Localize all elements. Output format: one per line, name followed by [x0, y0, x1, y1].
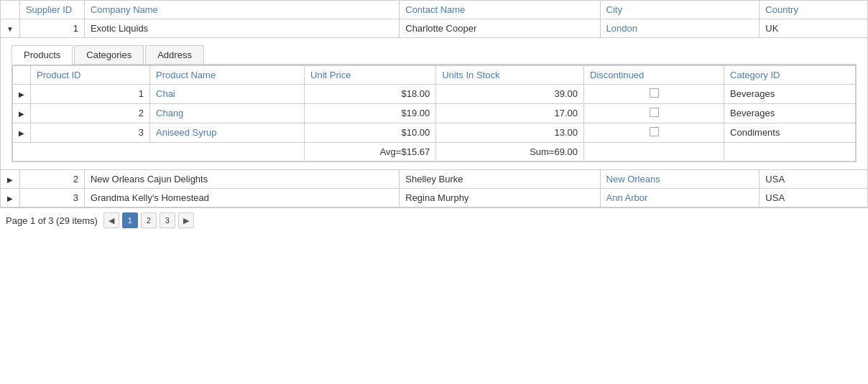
supplier-id-1: 1 [19, 19, 84, 38]
collapse-arrow-1[interactable]: ▼ [6, 25, 14, 33]
suppliers-table: Supplier ID Company Name Contact Name Ci… [0, 0, 868, 207]
category-id-header: Category ID [724, 66, 856, 85]
sum-cell: Sum=69.00 [436, 143, 584, 161]
discontinued-val-1 [584, 85, 724, 104]
product-row-2: ▶ 2 Chang $19.00 17.00 Beverages [13, 104, 856, 123]
discontinued-val-2 [584, 104, 724, 123]
expand-product-3[interactable]: ▶ [19, 129, 24, 137]
next-page-button[interactable]: ▶ [178, 212, 194, 228]
supplier-row-3: ▶ 3 Grandma Kelly's Homestead Regina Mur… [1, 189, 868, 207]
product-row-3: ▶ 3 Aniseed Syrup $10.00 13.00 Condiment… [13, 123, 856, 143]
unit-price-header: Unit Price [305, 66, 436, 85]
prev-page-button[interactable]: ◀ [103, 212, 119, 228]
tab-address[interactable]: Address [145, 45, 204, 64]
supplier-id-header: Supplier ID [19, 1, 84, 19]
category-val-1: Beverages [724, 85, 856, 104]
product-name-val-3: Aniseed Syrup [150, 123, 305, 143]
discontinued-val-3 [584, 123, 724, 143]
unit-price-val-1: $18.00 [305, 85, 436, 104]
footer-empty-2 [584, 143, 724, 161]
contact-name-2: Shelley Burke [400, 170, 600, 189]
discontinued-header: Discontinued [584, 66, 724, 85]
tab-products[interactable]: Products [11, 45, 73, 65]
unit-price-val-2: $19.00 [305, 104, 436, 123]
units-in-stock-header: Units In Stock [436, 66, 584, 85]
product-id-val-3: 3 [31, 123, 150, 143]
country-2: USA [760, 170, 868, 189]
expand-arrow-2[interactable]: ▶ [7, 176, 13, 184]
units-in-stock-val-1: 39.00 [436, 85, 584, 104]
country-3: USA [760, 189, 868, 207]
page-1-button[interactable]: 1 [122, 212, 138, 228]
product-id-val-2: 2 [31, 104, 150, 123]
city-1: London [600, 19, 760, 38]
product-name-val-2: Chang [150, 104, 305, 123]
page-info: Page 1 of 3 (29 items) [6, 215, 98, 226]
pagination: Page 1 of 3 (29 items) ◀ 1 2 3 ▶ [0, 207, 868, 233]
checkbox-1[interactable] [650, 88, 659, 98]
page-3-button[interactable]: 3 [160, 212, 175, 228]
expand-product-2[interactable]: ▶ [19, 110, 24, 118]
expand-col-header [1, 1, 20, 19]
contact-name-3: Regina Murphy [400, 189, 600, 207]
supplier-row-2: ▶ 2 New Orleans Cajun Delights Shelley B… [1, 170, 868, 189]
company-name-2: New Orleans Cajun Delights [84, 170, 399, 189]
city-2: New Orleans [600, 170, 760, 189]
supplier-id-2: 2 [19, 170, 84, 189]
page-2-button[interactable]: 2 [141, 212, 157, 228]
footer-empty [13, 143, 305, 161]
product-row-1: ▶ 1 Chai $18.00 39.00 Beverages [13, 85, 856, 104]
product-name-header: Product Name [150, 66, 305, 85]
footer-empty-3 [724, 143, 856, 161]
checkbox-3[interactable] [650, 127, 659, 136]
supplier-id-3: 3 [19, 189, 84, 207]
country-1: UK [760, 19, 868, 38]
supplier-row-1: ▼ 1 Exotic Liquids Charlotte Cooper Lond… [1, 19, 868, 38]
category-val-3: Condiments [724, 123, 856, 143]
products-table: Product ID Product Name Unit Price Units… [12, 65, 856, 161]
inner-table-wrapper: Product ID Product Name Unit Price Units… [11, 65, 857, 162]
city-header: City [600, 1, 760, 19]
product-id-header: Product ID [31, 66, 150, 85]
tabs: Products Categories Address [11, 45, 857, 65]
checkbox-2[interactable] [650, 108, 659, 117]
category-val-2: Beverages [724, 104, 856, 123]
products-footer-row: Avg=$15.67 Sum=69.00 [13, 143, 856, 161]
company-name-header: Company Name [84, 1, 399, 19]
detail-cell-1: Products Categories Address Product ID P… [1, 38, 867, 169]
contact-name-header: Contact Name [400, 1, 600, 19]
contact-name-1: Charlotte Cooper [400, 19, 600, 38]
city-3: Ann Arbor [600, 189, 760, 207]
company-name-1: Exotic Liquids [84, 19, 399, 38]
expand-product-1[interactable]: ▶ [19, 90, 24, 98]
expand-arrow-3[interactable]: ▶ [7, 195, 13, 202]
company-name-3: Grandma Kelly's Homestead [84, 189, 399, 207]
units-in-stock-val-3: 13.00 [436, 123, 584, 143]
product-expand-header [13, 66, 31, 85]
product-id-val-1: 1 [31, 85, 150, 104]
avg-cell: Avg=$15.67 [305, 143, 436, 161]
product-name-val-1: Chai [150, 85, 305, 104]
tab-categories[interactable]: Categories [74, 45, 144, 64]
units-in-stock-val-2: 17.00 [436, 104, 584, 123]
country-header: Country [760, 1, 868, 19]
detail-row-1: Products Categories Address Product ID P… [1, 38, 868, 170]
unit-price-val-3: $10.00 [305, 123, 436, 143]
